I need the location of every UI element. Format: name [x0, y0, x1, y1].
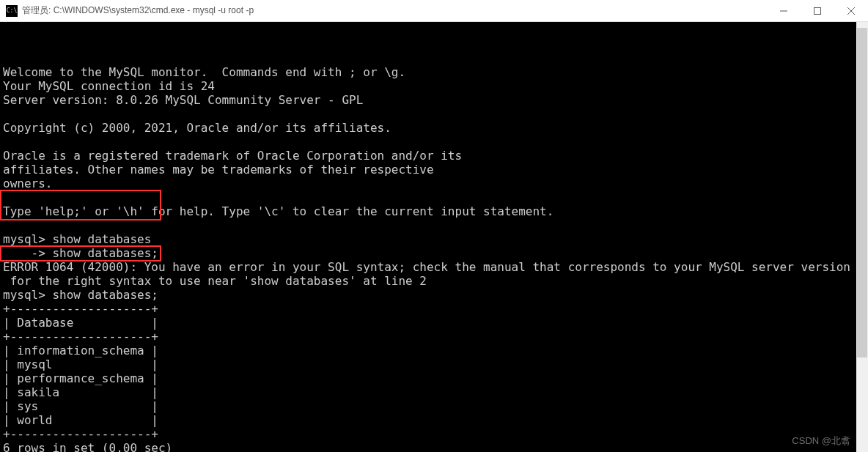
terminal-line: | world |: [3, 413, 865, 427]
window-title: 管理员: C:\WINDOWS\system32\cmd.exe - mysql…: [22, 4, 767, 17]
scrollbar-track[interactable]: [856, 22, 868, 452]
terminal-line: affiliates. Other names may be trademark…: [3, 163, 865, 177]
scrollbar-thumb[interactable]: [857, 28, 867, 357]
terminal-line: Type 'help;' or '\h' for help. Type '\c'…: [3, 204, 865, 218]
minimize-icon: [780, 7, 787, 15]
maximize-button[interactable]: [801, 0, 834, 22]
terminal-line: owners.: [3, 177, 865, 190]
terminal-line: 6 rows in set (0.00 sec): [3, 441, 865, 452]
terminal-line: mysql> show databases: [3, 232, 865, 246]
maximize-icon: [814, 7, 821, 15]
terminal-line: | sys |: [3, 399, 865, 413]
terminal-line: [3, 135, 865, 149]
terminal-line: +--------------------+: [3, 330, 865, 344]
terminal-line: | mysql |: [3, 357, 865, 371]
terminal-line: ERROR 1064 (42000): You have an error in…: [3, 260, 865, 274]
window-controls: [767, 0, 868, 22]
terminal-line: Server version: 8.0.26 MySQL Community S…: [3, 93, 865, 107]
terminal-line: | Database |: [3, 316, 865, 330]
terminal-line: mysql> show databases;: [3, 288, 865, 302]
terminal-line: [3, 190, 865, 204]
minimize-button[interactable]: [767, 0, 801, 22]
terminal-line: +--------------------+: [3, 302, 865, 316]
terminal-line: +--------------------+: [3, 427, 865, 441]
svg-rect-1: [814, 7, 821, 14]
close-button[interactable]: [834, 0, 868, 22]
terminal-line: for the right syntax to use near 'show d…: [3, 274, 865, 288]
terminal-line: Copyright (c) 2000, 2021, Oracle and/or …: [3, 121, 865, 135]
close-icon: [847, 7, 855, 15]
terminal-line: | information_schema |: [3, 344, 865, 357]
cmd-icon: C:\: [6, 5, 18, 17]
terminal-line: | performance_schema |: [3, 371, 865, 385]
terminal-line: -> show databases;: [3, 246, 865, 260]
terminal-line: [3, 107, 865, 121]
terminal-line: Your MySQL connection id is 24: [3, 79, 865, 93]
terminal-line: | sakila |: [3, 385, 865, 399]
watermark: CSDN @北翥: [792, 434, 850, 448]
terminal-line: Welcome to the MySQL monitor. Commands e…: [3, 65, 865, 79]
terminal-output[interactable]: Welcome to the MySQL monitor. Commands e…: [0, 22, 868, 452]
title-bar: C:\ 管理员: C:\WINDOWS\system32\cmd.exe - m…: [0, 0, 868, 22]
terminal-line: Oracle is a registered trademark of Orac…: [3, 149, 865, 163]
terminal-line: [3, 218, 865, 232]
